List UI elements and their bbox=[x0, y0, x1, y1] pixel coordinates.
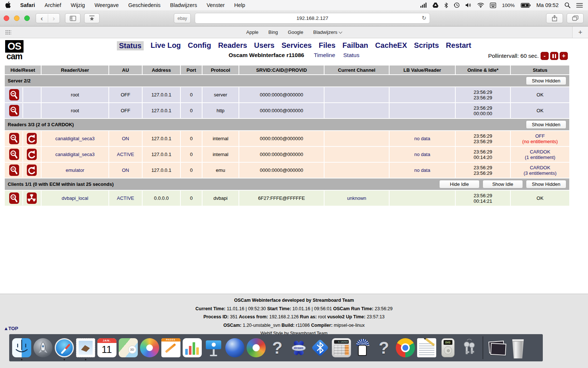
nav-cacheex[interactable]: CacheEX bbox=[375, 41, 407, 50]
dock-finder-icon[interactable] bbox=[11, 335, 32, 361]
bookmark-google[interactable]: Google bbox=[288, 29, 303, 35]
signal-strength-icon[interactable] bbox=[420, 3, 427, 8]
reset-icon[interactable] bbox=[27, 164, 37, 176]
dock-picasa-icon[interactable] bbox=[246, 335, 266, 361]
hide-icon[interactable] bbox=[9, 149, 19, 160]
menu-weergave[interactable]: Weergave bbox=[94, 2, 119, 8]
menu-bladwijzers[interactable]: Bladwijzers bbox=[170, 2, 197, 8]
dock-chrome-icon[interactable] bbox=[395, 335, 415, 361]
reader-user-cell[interactable]: emulator bbox=[41, 162, 109, 178]
bluetooth-menu-icon[interactable] bbox=[444, 3, 448, 8]
dock-maps-icon[interactable]: 3D bbox=[118, 335, 138, 361]
dock-missing-app-icon[interactable]: ? bbox=[267, 335, 287, 361]
au-cell[interactable]: ACTIVE bbox=[109, 146, 142, 162]
nav-config[interactable]: Config bbox=[188, 41, 211, 50]
apple-menu-icon[interactable] bbox=[5, 1, 11, 9]
back-to-top-link[interactable]: ▲TOP bbox=[4, 326, 18, 331]
dock-keynote-icon[interactable] bbox=[203, 335, 223, 361]
reader-user-cell[interactable]: canaldigital_seca3 bbox=[41, 146, 109, 162]
kill-icon[interactable] bbox=[27, 192, 37, 204]
dock-google-earth-icon[interactable] bbox=[225, 335, 245, 361]
menu-safari[interactable]: Safari bbox=[20, 2, 35, 8]
dock-textedit-icon[interactable] bbox=[416, 335, 437, 361]
address-bar[interactable]: 192.168.2.127 ↻ bbox=[195, 13, 430, 24]
show-all-tabs-button[interactable] bbox=[567, 13, 584, 23]
reload-icon[interactable]: ↻ bbox=[422, 15, 426, 21]
notification-center-icon[interactable] bbox=[576, 3, 583, 8]
time-machine-icon[interactable] bbox=[454, 2, 460, 8]
show-hidden-button[interactable]: Show Hidden bbox=[526, 120, 566, 129]
zoom-window-button[interactable] bbox=[24, 15, 30, 21]
bookmark-bing[interactable]: Bing bbox=[268, 29, 278, 35]
volume-icon[interactable] bbox=[466, 3, 472, 8]
sublink-timeline[interactable]: Timeline bbox=[314, 52, 335, 58]
sublink-status[interactable]: Status bbox=[343, 52, 359, 58]
dock-trash-icon[interactable] bbox=[508, 335, 528, 361]
forward-button[interactable]: › bbox=[48, 14, 60, 22]
poll-pause-button[interactable] bbox=[550, 52, 558, 60]
hide-icon[interactable] bbox=[9, 133, 19, 144]
dock-missing-app-icon-2[interactable]: ? bbox=[374, 335, 394, 361]
show-idle-button[interactable]: Show Idle bbox=[483, 180, 523, 188]
dock-calculator-icon[interactable]: 3.141593 bbox=[331, 335, 351, 361]
reader-user-cell[interactable]: dvbapi_local bbox=[41, 190, 109, 206]
dock-calendar-icon[interactable]: JAN.11 bbox=[97, 335, 117, 361]
nav-restart[interactable]: Restart bbox=[446, 41, 471, 50]
hide-icon[interactable] bbox=[9, 164, 19, 176]
nav-services[interactable]: Services bbox=[282, 41, 312, 50]
dock-numbers-icon[interactable] bbox=[182, 335, 202, 361]
input-menu-icon[interactable] bbox=[490, 3, 496, 8]
poll-decrease-button[interactable]: - bbox=[541, 52, 549, 60]
au-cell[interactable]: ON bbox=[109, 131, 142, 146]
google-drive-icon[interactable] bbox=[433, 3, 438, 8]
lb-value-cell[interactable]: no data bbox=[389, 146, 455, 162]
show-hidden-button[interactable]: Show Hidden bbox=[526, 180, 566, 188]
dock-mail-icon[interactable] bbox=[75, 335, 96, 361]
dock-bluetooth-icon[interactable] bbox=[310, 335, 330, 361]
nav-live-log[interactable]: Live Log bbox=[151, 41, 181, 50]
menu-help[interactable]: Help bbox=[234, 2, 245, 8]
hide-icon[interactable] bbox=[9, 89, 19, 100]
nav-readers[interactable]: Readers bbox=[218, 41, 247, 50]
dock-launchpad-icon[interactable] bbox=[33, 335, 53, 361]
menu-venster[interactable]: Venster bbox=[207, 2, 225, 8]
battery-icon[interactable] bbox=[521, 3, 531, 8]
hide-icon[interactable] bbox=[9, 105, 19, 116]
hide-icon[interactable] bbox=[9, 192, 19, 204]
au-cell[interactable]: ACTIVE bbox=[109, 190, 142, 206]
menu-clock[interactable]: Ma 09:52 bbox=[537, 2, 559, 8]
dock-pages-icon[interactable]: PAGES bbox=[161, 335, 181, 361]
close-window-button[interactable] bbox=[4, 15, 9, 21]
nav-failban[interactable]: Failban bbox=[343, 41, 368, 50]
menu-wijzig[interactable]: Wijzig bbox=[71, 2, 85, 8]
hide-idle-button[interactable]: Hide Idle bbox=[439, 180, 480, 188]
top-sites-button[interactable] bbox=[84, 13, 100, 23]
new-tab-button[interactable]: + bbox=[572, 26, 588, 38]
reset-icon[interactable] bbox=[27, 133, 37, 144]
reader-user-cell[interactable]: canaldigital_seca3 bbox=[41, 131, 109, 146]
nav-files[interactable]: Files bbox=[319, 41, 336, 50]
back-button[interactable]: ‹ bbox=[36, 14, 48, 22]
show-hidden-button[interactable]: Show Hidden bbox=[526, 77, 566, 85]
dock-safari-icon[interactable] bbox=[54, 335, 74, 361]
current-channel-cell[interactable]: unknown bbox=[324, 190, 389, 206]
sidebar-button[interactable] bbox=[65, 13, 80, 23]
spotlight-icon[interactable] bbox=[564, 2, 570, 8]
nav-users[interactable]: Users bbox=[254, 41, 275, 50]
lb-value-cell[interactable]: no data bbox=[389, 131, 455, 146]
nav-status[interactable]: Status bbox=[117, 41, 144, 50]
bookmark-apple[interactable]: Apple bbox=[246, 29, 258, 35]
lb-value-cell[interactable]: no data bbox=[389, 162, 455, 178]
menu-archief[interactable]: Archief bbox=[44, 2, 61, 8]
dock-photos-icon[interactable] bbox=[139, 335, 159, 361]
minimize-window-button[interactable] bbox=[14, 15, 19, 21]
dock-dvd-player-icon[interactable]: DVD bbox=[438, 335, 458, 361]
share-button[interactable] bbox=[546, 13, 563, 23]
menu-geschiedenis[interactable]: Geschiedenis bbox=[128, 2, 161, 8]
dock-idream-icon[interactable]: iDream bbox=[288, 335, 309, 361]
ebay-pinned-tab[interactable]: ebay bbox=[174, 13, 191, 23]
dock-remote-hand-icon[interactable] bbox=[352, 335, 373, 361]
wifi-icon[interactable] bbox=[477, 3, 484, 8]
poll-increase-button[interactable]: + bbox=[560, 52, 568, 60]
bookmark-bladwijzers[interactable]: Bladwijzers bbox=[313, 29, 342, 35]
